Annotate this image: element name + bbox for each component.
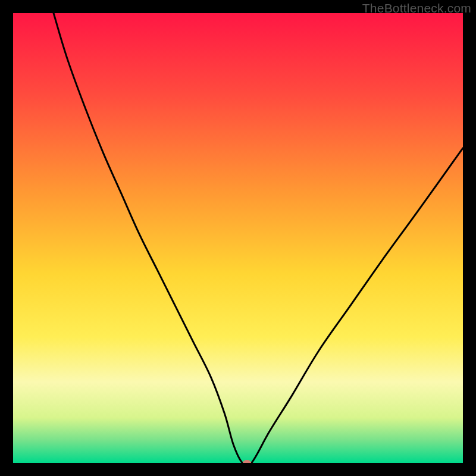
plot-area bbox=[13, 13, 463, 463]
chart-frame: TheBottleneck.com bbox=[0, 0, 476, 476]
gradient-background bbox=[13, 13, 463, 463]
watermark-text: TheBottleneck.com bbox=[362, 1, 471, 15]
chart-svg bbox=[13, 13, 463, 463]
